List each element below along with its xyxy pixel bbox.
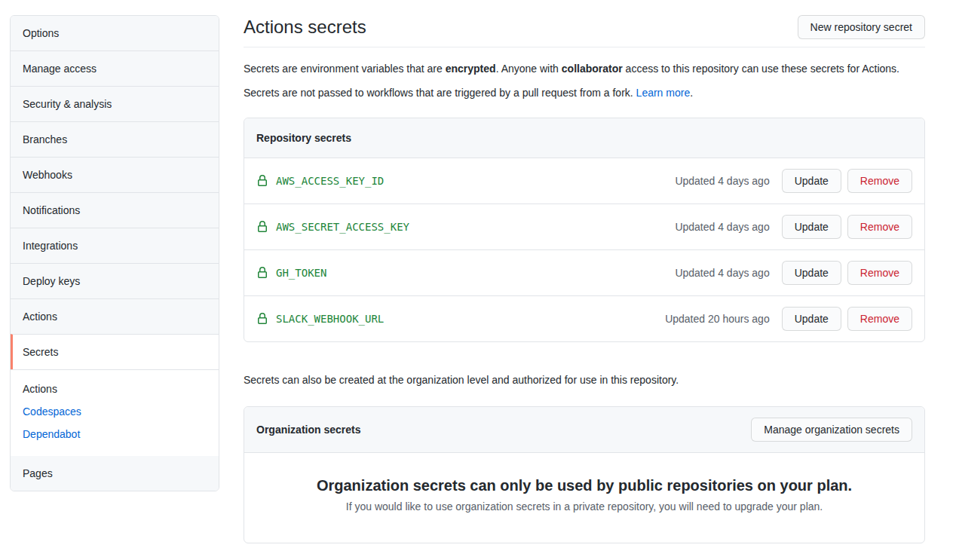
remove-button[interactable]: Remove: [847, 215, 912, 239]
secret-name: AWS_SECRET_ACCESS_KEY: [276, 221, 409, 233]
sidebar-item-notifications[interactable]: Notifications: [11, 192, 219, 228]
settings-page: OptionsManage accessSecurity & analysisB…: [0, 0, 956, 560]
update-button[interactable]: Update: [782, 261, 841, 285]
sidebar-item-deploy-keys[interactable]: Deploy keys: [11, 263, 219, 298]
organization-secrets-note: Secrets can also be created at the organ…: [244, 372, 925, 388]
intro-text: .: [690, 87, 693, 99]
page-header: Actions secrets New repository secret: [244, 15, 925, 47]
repository-secrets-box: Repository secrets AWS_ACCESS_KEY_ID Upd…: [244, 118, 925, 342]
intro-text: . Anyone with: [496, 63, 562, 75]
secret-updated-text: Updated 4 days ago: [675, 267, 769, 279]
organization-secrets-blankslate: Organization secrets can only be used by…: [244, 453, 924, 543]
update-button[interactable]: Update: [782, 169, 841, 193]
sidebar-item-secrets[interactable]: Secrets: [11, 334, 219, 369]
secret-row: SLACK_WEBHOOK_URL Updated 20 hours ago U…: [244, 295, 924, 341]
intro-bold-encrypted: encrypted: [446, 63, 496, 75]
intro-text: access to this repository can use these …: [623, 63, 899, 75]
sidebar-item-actions[interactable]: Actions: [11, 298, 219, 334]
repository-secrets-header: Repository secrets: [244, 118, 924, 158]
new-repository-secret-button[interactable]: New repository secret: [798, 15, 925, 39]
sidebar-item-branches[interactable]: Branches: [11, 121, 219, 157]
blankslate-text: If you would like to use organization se…: [274, 500, 894, 513]
intro-text: Secrets are environment variables that a…: [244, 63, 446, 75]
secrets-subnav: ActionsCodespacesDependabot: [11, 369, 219, 456]
lock-icon: [256, 175, 268, 187]
secret-name: SLACK_WEBHOOK_URL: [276, 313, 384, 325]
lock-icon: [256, 221, 268, 233]
remove-button[interactable]: Remove: [847, 307, 912, 331]
update-button[interactable]: Update: [782, 307, 841, 331]
organization-secrets-header: Organization secrets Manage organization…: [244, 407, 924, 453]
sidebar-item-integrations[interactable]: Integrations: [11, 228, 219, 263]
repository-secrets-list: AWS_ACCESS_KEY_ID Updated 4 days ago Upd…: [244, 158, 924, 341]
intro-line-1: Secrets are environment variables that a…: [244, 61, 925, 78]
secret-row: GH_TOKEN Updated 4 days ago Update Remov…: [244, 249, 924, 295]
secret-name: AWS_ACCESS_KEY_ID: [276, 175, 384, 187]
intro-line-2: Secrets are not passed to workflows that…: [244, 85, 925, 102]
intro-bold-collaborator: collaborator: [562, 63, 623, 75]
remove-button[interactable]: Remove: [847, 261, 912, 285]
subnav-item-actions[interactable]: Actions: [11, 378, 219, 400]
remove-button[interactable]: Remove: [847, 169, 912, 193]
update-button[interactable]: Update: [782, 215, 841, 239]
page-title: Actions secrets: [244, 16, 366, 38]
learn-more-link[interactable]: Learn more: [636, 87, 691, 99]
organization-secrets-box: Organization secrets Manage organization…: [244, 406, 925, 543]
sidebar-bottom-items: Pages: [11, 456, 219, 491]
sidebar-item-security-analysis[interactable]: Security & analysis: [11, 86, 219, 121]
sidebar-item-pages[interactable]: Pages: [11, 456, 219, 491]
sidebar-main-items: OptionsManage accessSecurity & analysisB…: [11, 16, 219, 369]
secret-row: AWS_ACCESS_KEY_ID Updated 4 days ago Upd…: [244, 158, 924, 203]
sidebar-item-webhooks[interactable]: Webhooks: [11, 157, 219, 192]
secret-name: GH_TOKEN: [276, 267, 326, 279]
lock-icon: [256, 267, 268, 279]
manage-organization-secrets-button[interactable]: Manage organization secrets: [751, 418, 912, 442]
secret-updated-text: Updated 20 hours ago: [665, 313, 770, 325]
sidebar-item-options[interactable]: Options: [11, 16, 219, 50]
subnav-item-codespaces[interactable]: Codespaces: [11, 400, 219, 423]
secret-updated-text: Updated 4 days ago: [675, 175, 769, 187]
subnav-item-dependabot[interactable]: Dependabot: [11, 423, 219, 445]
secret-updated-text: Updated 4 days ago: [675, 221, 769, 233]
intro-text: Secrets are not passed to workflows that…: [244, 87, 636, 99]
sidebar-item-manage-access[interactable]: Manage access: [11, 50, 219, 86]
secret-row: AWS_SECRET_ACCESS_KEY Updated 4 days ago…: [244, 203, 924, 249]
blankslate-heading: Organization secrets can only be used by…: [274, 477, 894, 494]
main-content: Actions secrets New repository secret Se…: [244, 15, 925, 543]
settings-sidebar: OptionsManage accessSecurity & analysisB…: [10, 15, 219, 491]
organization-secrets-title: Organization secrets: [256, 422, 361, 437]
lock-icon: [256, 313, 268, 325]
